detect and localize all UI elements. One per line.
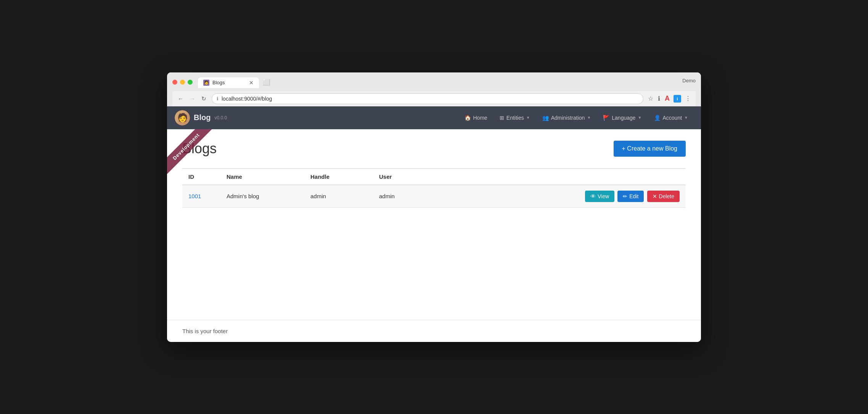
nav-language-label: Language — [612, 115, 635, 121]
extension-icon[interactable]: i — [674, 95, 681, 103]
fullscreen-button[interactable] — [188, 80, 193, 85]
view-button[interactable]: 👁 View — [585, 191, 614, 202]
app-content: 🧑 Blog v0.0.0 🏠 Home ⊞ Entities ▼ 👥 Admi… — [167, 106, 701, 342]
account-dropdown-icon: ▼ — [684, 116, 688, 120]
nav-entities[interactable]: ⊞ Entities ▼ — [494, 112, 535, 124]
active-tab[interactable]: 🧑 Blogs ✕ — [198, 77, 259, 88]
browser-actions: ☆ ℹ A i ⋮ — [647, 94, 692, 103]
address-bar[interactable]: ℹ localhost:9000/#/blog — [212, 93, 643, 104]
navbar: 🧑 Blog v0.0.0 🏠 Home ⊞ Entities ▼ 👥 Admi… — [167, 106, 701, 129]
nav-entities-label: Entities — [506, 115, 524, 121]
traffic-lights — [172, 80, 193, 85]
table-row: 1001 Admin's blog admin admin 👁 View ✏ E… — [182, 185, 686, 208]
menu-icon[interactable]: ⋮ — [684, 94, 692, 103]
forward-button[interactable]: → — [188, 95, 197, 103]
address-bar-row: ← → ↻ ℹ localhost:9000/#/blog ☆ ℹ A i ⋮ — [172, 91, 696, 106]
nav-home[interactable]: 🏠 Home — [459, 112, 493, 124]
nav-account[interactable]: 👤 Account ▼ — [649, 112, 694, 124]
view-label: View — [598, 193, 609, 199]
page-wrapper: Development Blogs + Create a new Blog ID… — [167, 129, 701, 320]
new-tab-button[interactable]: ⬜ — [259, 76, 274, 88]
col-header-user: User — [373, 168, 442, 185]
row-id[interactable]: 1001 — [182, 185, 220, 208]
col-header-handle: Handle — [304, 168, 373, 185]
nav-account-label: Account — [663, 115, 682, 121]
url-text: localhost:9000/#/blog — [222, 96, 272, 102]
eye-icon: 👁 — [590, 193, 596, 199]
nav-administration-label: Administration — [551, 115, 585, 121]
back-button[interactable]: ← — [176, 95, 185, 103]
page-header: Blogs + Create a new Blog — [182, 141, 686, 157]
browser-window: 🧑 Blogs ✕ ⬜ Demo ← → ↻ ℹ localhost:9000/… — [167, 72, 701, 342]
navbar-brand: 🧑 Blog v0.0.0 — [175, 110, 227, 125]
table-body: 1001 Admin's blog admin admin 👁 View ✏ E… — [182, 185, 686, 208]
entities-dropdown-icon: ▼ — [526, 116, 530, 120]
nav-home-label: Home — [473, 115, 487, 121]
navbar-nav: 🏠 Home ⊞ Entities ▼ 👥 Administration ▼ 🚩… — [459, 112, 694, 124]
footer-text: This is your footer — [182, 328, 228, 334]
browser-chrome: 🧑 Blogs ✕ ⬜ Demo ← → ↻ ℹ localhost:9000/… — [167, 72, 701, 106]
app-footer: This is your footer — [167, 320, 701, 342]
tab-title: Blogs — [212, 80, 225, 85]
minimize-button[interactable] — [180, 80, 185, 85]
row-handle: admin — [304, 185, 373, 208]
tab-close-icon[interactable]: ✕ — [249, 80, 254, 86]
browser-nav-buttons: ← → ↻ — [176, 95, 208, 103]
administration-icon: 👥 — [542, 115, 549, 121]
administration-dropdown-icon: ▼ — [587, 116, 591, 120]
row-actions: 👁 View ✏ Edit ✕ Delete — [442, 185, 686, 208]
demo-label: Demo — [682, 78, 696, 87]
info-icon[interactable]: ℹ — [657, 94, 661, 103]
col-header-id: ID — [182, 168, 220, 185]
account-icon: 👤 — [654, 115, 661, 121]
pencil-icon: ✏ — [623, 193, 627, 199]
nav-administration[interactable]: 👥 Administration ▼ — [537, 112, 596, 124]
tabs-row: 🧑 Blogs ✕ ⬜ — [198, 76, 682, 88]
avatar-image: 🧑 — [175, 110, 190, 125]
row-name: Admin's blog — [220, 185, 304, 208]
avatar: 🧑 — [175, 110, 190, 125]
table-header-row: ID Name Handle User — [182, 168, 686, 185]
delete-label: Delete — [659, 193, 674, 199]
col-header-actions — [442, 168, 686, 185]
close-button[interactable] — [172, 80, 177, 85]
nav-language[interactable]: 🚩 Language ▼ — [598, 112, 647, 124]
times-icon: ✕ — [653, 193, 657, 199]
create-blog-button[interactable]: + Create a new Blog — [614, 141, 686, 157]
blog-table: ID Name Handle User 1001 Admin's blog ad… — [182, 168, 686, 208]
edit-label: Edit — [629, 193, 638, 199]
brand-name: Blog — [194, 113, 211, 122]
col-header-name: Name — [220, 168, 304, 185]
entities-icon: ⊞ — [500, 115, 504, 121]
language-icon: 🚩 — [603, 115, 609, 121]
extension-a-icon[interactable]: A — [664, 94, 670, 103]
delete-button[interactable]: ✕ Delete — [647, 191, 680, 202]
lock-icon: ℹ — [217, 96, 219, 101]
brand-version: v0.0.0 — [214, 115, 227, 120]
row-user: admin — [373, 185, 442, 208]
table-head: ID Name Handle User — [182, 168, 686, 185]
reload-button[interactable]: ↻ — [200, 95, 208, 103]
home-icon: 🏠 — [465, 115, 471, 121]
language-dropdown-icon: ▼ — [638, 116, 642, 120]
tab-favicon: 🧑 — [203, 80, 209, 86]
edit-button[interactable]: ✏ Edit — [617, 191, 644, 202]
bookmark-icon[interactable]: ☆ — [647, 94, 654, 103]
